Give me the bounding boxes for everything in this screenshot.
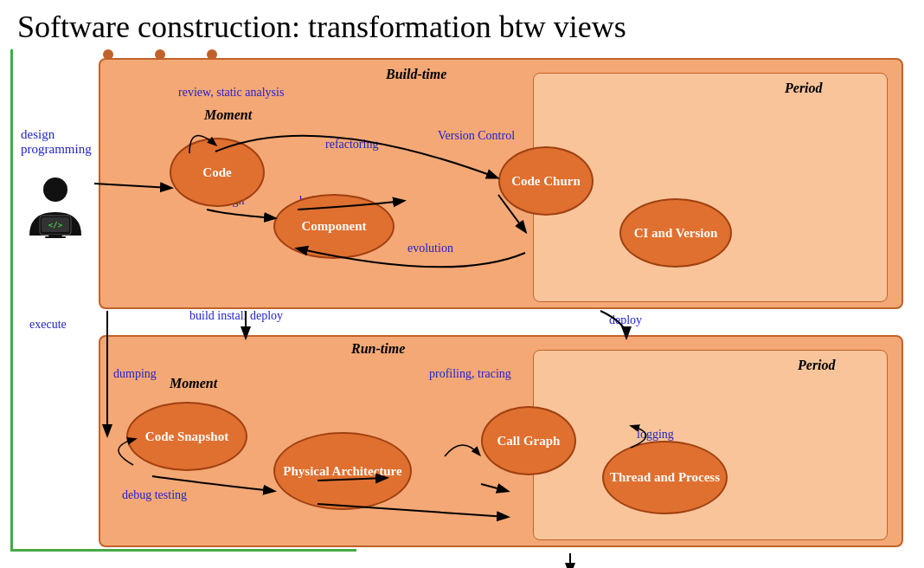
code-churn-node: Code Churn xyxy=(498,146,594,216)
period-box-run: Period xyxy=(533,350,888,540)
debug-testing-label: debug testing xyxy=(122,488,187,502)
deploy-label: deploy xyxy=(609,313,642,327)
svg-rect-4 xyxy=(48,235,62,236)
dumping-label: dumping xyxy=(113,367,157,381)
svg-point-0 xyxy=(43,178,67,202)
version-control-label: Version Control xyxy=(438,129,515,143)
period-build-label: Period xyxy=(785,81,823,96)
build-time-box: Period Build-time Moment review, static … xyxy=(99,58,903,309)
run-time-label: Run-time xyxy=(351,341,405,357)
build-install-deploy-label: build install deploy xyxy=(189,309,283,323)
green-bottom-line xyxy=(10,549,356,552)
physical-arch-node: Physical Architecture xyxy=(273,432,412,510)
evolution-label: evolution xyxy=(407,242,453,255)
svg-text:</>: </> xyxy=(48,221,63,229)
svg-rect-5 xyxy=(45,236,66,238)
moment-build-label: Moment xyxy=(204,107,252,123)
call-graph-node: Call Graph xyxy=(481,406,576,475)
run-time-box: Period Run-time Moment dumping profiling… xyxy=(99,335,903,547)
execute-label: execute xyxy=(29,318,67,332)
period-run-label: Period xyxy=(798,358,836,373)
logging-label: logging xyxy=(637,428,674,442)
person-icon: </> xyxy=(21,171,90,240)
code-snapshot-node: Code Snapshot xyxy=(126,402,247,471)
component-node: Component xyxy=(273,194,395,259)
page-title: Software construction: transformation bt… xyxy=(0,0,924,49)
build-time-label: Build-time xyxy=(386,67,446,82)
review-static-label: review, static analysis xyxy=(178,86,284,100)
profiling-tracing-label: profiling, tracing xyxy=(429,367,511,381)
green-left-line xyxy=(10,49,13,552)
moment-run-label: Moment xyxy=(170,376,217,391)
ci-version-node: CI and Version xyxy=(619,198,732,268)
code-node: Code xyxy=(170,138,265,207)
design-programming-label: designprogramming xyxy=(21,127,92,157)
refactoring-label: refactoring xyxy=(325,138,378,152)
thread-process-node: Thread and Process xyxy=(602,441,728,514)
